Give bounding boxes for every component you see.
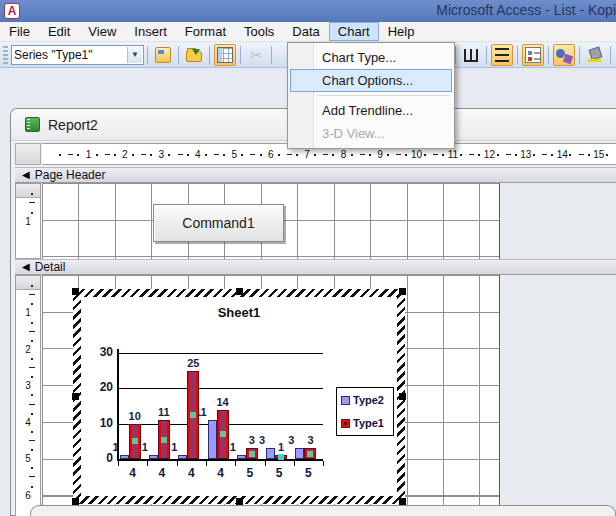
bar-type2[interactable] xyxy=(178,455,187,459)
ruler-tick xyxy=(515,154,517,156)
legend-label: Type2 xyxy=(353,394,384,406)
series-selection-handle xyxy=(307,451,313,457)
detail-vertical-ruler[interactable]: 123456 xyxy=(15,275,41,516)
series-selection-handle xyxy=(220,431,226,437)
bar-type2[interactable] xyxy=(237,455,246,459)
series-combobox-input[interactable] xyxy=(14,47,126,63)
ruler-number: 5 xyxy=(227,149,241,160)
ruler-tick xyxy=(606,154,608,156)
cut-button[interactable]: ✂ xyxy=(245,44,267,66)
menu-tools[interactable]: Tools xyxy=(235,22,283,41)
x-axis-category-label: 4 xyxy=(122,466,144,480)
ruler-number: 9 xyxy=(373,149,387,160)
menu-item-chart-options[interactable]: Chart Options... xyxy=(290,69,452,92)
page-header-section-selector[interactable] xyxy=(15,183,41,198)
bar-type2[interactable] xyxy=(266,448,275,459)
x-axis-category-label: 4 xyxy=(151,466,173,480)
chart-object-frame[interactable]: Sheet1 Type2Type1 0102030110411141254111… xyxy=(73,289,405,504)
page-header-vertical-ruler[interactable]: 1 xyxy=(15,183,41,259)
ruler-number: 12 xyxy=(482,149,496,160)
chart-title[interactable]: Sheet1 xyxy=(81,305,397,320)
category-axis-gridlines-button[interactable] xyxy=(460,44,482,66)
ruler-tick xyxy=(114,154,116,156)
ruler-number: 4 xyxy=(191,149,205,160)
ruler-tick xyxy=(478,154,480,156)
ruler-number: 5 xyxy=(16,453,40,464)
ruler-tick xyxy=(31,322,33,324)
detail-section-label: Detail xyxy=(35,260,66,274)
ruler-number: 1 xyxy=(16,216,40,227)
fill-color-icon xyxy=(587,47,603,63)
selection-handle[interactable] xyxy=(399,288,406,295)
x-axis-tick xyxy=(235,461,236,466)
ruler-number: 1 xyxy=(81,149,95,160)
menu-help[interactable]: Help xyxy=(379,22,424,41)
x-axis-tick xyxy=(323,461,324,466)
selection-handle[interactable] xyxy=(399,498,406,505)
view-datasheet-button[interactable] xyxy=(214,44,236,66)
x-axis-tick xyxy=(177,461,178,466)
y-axis-tick-label: 20 xyxy=(87,380,113,394)
ruler-number: 8 xyxy=(337,149,351,160)
ruler-tick xyxy=(460,154,462,156)
ruler-tick xyxy=(287,154,292,155)
fill-color-button[interactable] xyxy=(584,44,606,66)
chart-canvas[interactable]: Sheet1 Type2Type1 0102030110411141254111… xyxy=(81,297,397,496)
selection-handle[interactable] xyxy=(236,498,243,505)
x-axis-tick xyxy=(265,461,266,466)
x-axis-line xyxy=(118,459,323,461)
ruler-tick xyxy=(369,154,371,156)
drawing-button[interactable] xyxy=(553,44,575,66)
drawing-icon xyxy=(556,47,572,63)
x-axis-category-label: 4 xyxy=(180,466,202,480)
menu-file[interactable]: File xyxy=(0,22,39,41)
ruler-tick xyxy=(424,154,426,156)
datasheet-icon xyxy=(217,47,233,63)
menu-data[interactable]: Data xyxy=(283,22,328,41)
x-axis-category-label: 5 xyxy=(297,466,319,480)
selection-handle[interactable] xyxy=(72,498,79,505)
ruler-tick xyxy=(105,154,110,155)
format-object-button[interactable] xyxy=(152,44,174,66)
ruler-tick xyxy=(68,154,73,155)
category-gridlines-icon xyxy=(464,49,478,62)
selection-handle[interactable] xyxy=(72,393,79,400)
bar-type2[interactable] xyxy=(120,455,129,459)
legend-entry-type1[interactable]: Type1 xyxy=(341,417,389,429)
command1-button[interactable]: Command1 xyxy=(153,204,284,242)
ruler-tick xyxy=(29,294,35,295)
detail-section-bar[interactable]: ◀ Detail xyxy=(15,259,616,275)
combobox-dropdown-icon[interactable]: ▼ xyxy=(127,47,142,63)
page-header-section-bar[interactable]: ◀ Page Header xyxy=(15,167,616,183)
menu-format[interactable]: Format xyxy=(176,22,235,41)
selection-handle[interactable] xyxy=(236,288,243,295)
selection-handle[interactable] xyxy=(72,288,79,295)
bar-type2[interactable] xyxy=(149,455,158,459)
ruler-tick xyxy=(31,358,33,360)
ruler-tick xyxy=(551,154,553,156)
ruler-tick xyxy=(433,154,438,155)
toolbar-grip[interactable] xyxy=(3,46,8,64)
menu-item-chart-type[interactable]: Chart Type... xyxy=(290,46,452,69)
import-file-button[interactable] xyxy=(183,44,205,66)
ruler-number: 2 xyxy=(16,344,40,355)
legend-entry-type2[interactable]: Type2 xyxy=(341,394,389,406)
chart-legend[interactable]: Type2Type1 xyxy=(336,387,394,436)
detail-section-selector[interactable] xyxy=(15,275,41,290)
ruler-number: 10 xyxy=(410,149,424,160)
legend-button[interactable] xyxy=(522,44,544,66)
ruler-tick xyxy=(396,154,401,155)
series-combobox[interactable]: ▼ xyxy=(11,45,144,65)
bar-type2[interactable] xyxy=(295,448,304,459)
value-axis-gridlines-button[interactable] xyxy=(491,44,513,66)
menu-edit[interactable]: Edit xyxy=(39,22,79,41)
menu-item-add-trendline[interactable]: Add Trendline... xyxy=(290,99,452,122)
bar-type2[interactable] xyxy=(208,420,217,459)
menu-insert[interactable]: Insert xyxy=(125,22,176,41)
x-axis-category-label: 5 xyxy=(268,466,290,480)
menu-view[interactable]: View xyxy=(79,22,125,41)
ruler-tick xyxy=(442,154,444,156)
menu-chart[interactable]: Chart xyxy=(329,22,379,41)
ruler-corner-box[interactable] xyxy=(15,143,41,165)
selection-handle[interactable] xyxy=(399,393,406,400)
